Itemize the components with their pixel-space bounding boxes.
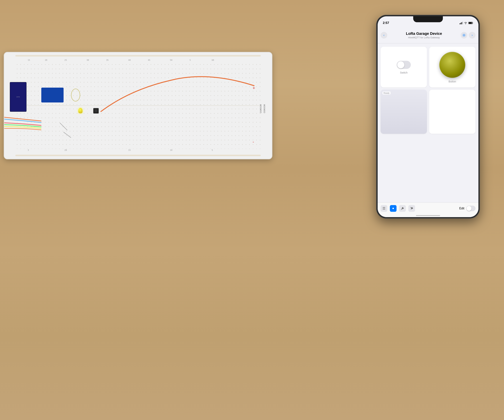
- tab-bar: ☰ ● Edit: [378, 202, 478, 217]
- svg-rect-6: [460, 23, 460, 24]
- settings-button[interactable]: [461, 32, 467, 39]
- back-button[interactable]: ‹: [381, 32, 387, 39]
- svg-line-13: [401, 209, 402, 210]
- switch-widget[interactable]: Switch: [381, 47, 427, 87]
- svg-rect-8: [461, 22, 462, 24]
- settings-icon: [462, 34, 466, 37]
- phone-screen: 2:57: [378, 16, 478, 217]
- svg-rect-11: [469, 22, 472, 24]
- nav-title-area: LoRa Garage Device HiveMQTT for LoRa Gat…: [387, 31, 461, 39]
- pushpin-icon: [401, 207, 404, 210]
- home-indicator: [416, 215, 440, 216]
- gateway-widget[interactable]: Ready Gateway: [381, 90, 427, 134]
- switch-track[interactable]: [397, 61, 411, 69]
- tab-edit-area: Edit: [459, 206, 475, 211]
- phone: 2:57: [376, 15, 480, 219]
- nav-header: ‹ LoRa Garage Device HiveMQTT for LoRa G…: [378, 27, 478, 43]
- empty-widget: [429, 90, 475, 134]
- edit-toggle-thumb: [467, 206, 471, 211]
- status-icons: [460, 22, 473, 24]
- forward-button[interactable]: ›: [469, 32, 475, 39]
- svg-point-12: [463, 35, 465, 36]
- nav-title: LoRa Garage Device: [387, 31, 461, 36]
- switch-thumb: [397, 61, 404, 68]
- wifi-icon: [464, 22, 467, 24]
- nav-subtitle: HiveMQTT for LoRa Gateway: [387, 36, 461, 39]
- battery-icon: [468, 22, 473, 24]
- dot-tab-icon[interactable]: ●: [390, 205, 396, 212]
- switch-label: Switch: [400, 71, 408, 74]
- widget-grid: Switch Button Ready: [381, 47, 475, 134]
- svg-line-14: [410, 207, 411, 208]
- list-tab-icon[interactable]: ☰: [381, 205, 387, 212]
- svg-text:MOOMOO: MOOMOO: [263, 104, 265, 113]
- big-button[interactable]: [439, 52, 465, 78]
- svg-rect-9: [462, 22, 463, 24]
- button-widget[interactable]: Button: [429, 47, 475, 87]
- breadboard-area: 15 20 25 30 35 40 45 50 5 60 3 20 15: [4, 52, 278, 167]
- notch: [413, 16, 443, 22]
- gateway-display: Ready: [381, 90, 427, 134]
- unpin-tab-icon[interactable]: [408, 205, 415, 212]
- edit-label: Edit: [459, 207, 464, 210]
- status-time: 2:57: [383, 21, 389, 25]
- content-area: Switch Button Ready: [378, 44, 478, 202]
- signal-icon: [460, 22, 463, 24]
- svg-rect-7: [461, 23, 461, 24]
- cross-pin-icon: [410, 207, 413, 210]
- gateway-ready-badge: Ready: [383, 91, 391, 95]
- pin-tab-icon[interactable]: [399, 205, 406, 212]
- breadboard: 15 20 25 30 35 40 45 50 5 60 3 20 15: [4, 52, 272, 159]
- edit-toggle[interactable]: [466, 206, 475, 211]
- button-label: Button: [449, 80, 456, 83]
- nav-right-icons: ›: [461, 32, 475, 39]
- phone-inner: 2:57: [378, 16, 478, 217]
